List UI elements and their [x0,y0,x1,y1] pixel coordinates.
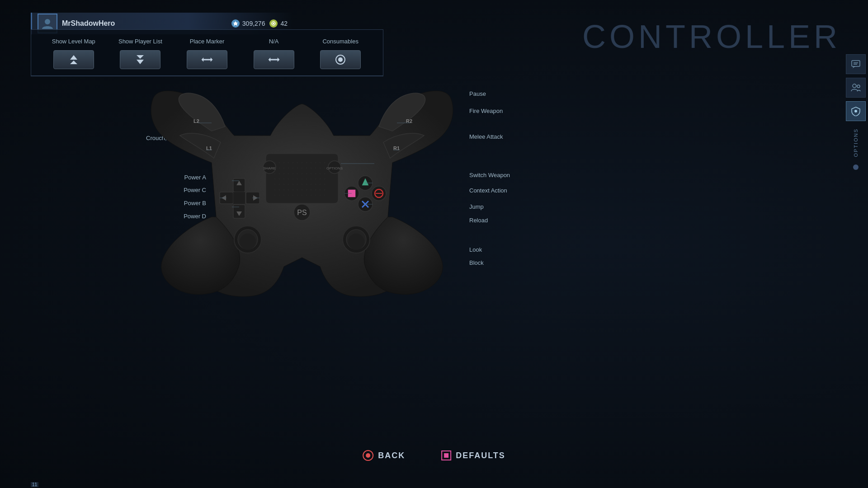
svg-point-19 [302,162,303,164]
svg-point-71 [320,184,321,185]
svg-point-69 [311,184,312,185]
svg-point-43 [302,173,303,174]
svg-point-41 [292,173,294,174]
btn-label-place-marker: Place Marker [190,38,225,45]
svg-point-21 [311,162,312,164]
ctrl-btn-place-marker[interactable] [187,50,227,69]
svg-point-50 [279,178,280,180]
svg-point-117 [348,234,364,250]
label-fire-weapon: Fire Weapon [469,108,503,114]
security-icon[interactable] [846,101,866,121]
svg-point-39 [283,173,285,174]
svg-point-85 [274,195,276,196]
svg-point-74 [279,189,280,191]
svg-point-49 [274,178,276,180]
btn-label-show-level-map: Show Level Map [52,38,95,45]
currency1-value: 309,276 [242,20,265,27]
currency1-icon [231,19,240,28]
btn-label-consumables: Consumables [322,38,359,45]
svg-point-68 [306,184,307,185]
svg-point-78 [297,189,298,191]
svg-point-20 [306,162,307,164]
right-options-panel: OPTIONS [843,54,868,170]
label-block: Block [469,259,484,266]
label-look: Look [469,246,482,253]
svg-point-88 [288,195,289,196]
label-switch-weapon: Switch Weapon [469,172,510,178]
svg-marker-5 [70,61,77,64]
currency2-display: 42 [269,19,288,28]
btn-label-show-player-list: Show Player List [118,38,162,45]
ctrl-btn-na[interactable] [254,50,294,69]
svg-point-29 [292,168,294,169]
main-panel: Show Level Map Show Player List [31,29,383,76]
controller-title: CONTROLLER [582,18,841,55]
label-reload: Reload [469,217,488,224]
currency2-icon [269,19,278,28]
svg-point-34 [315,168,316,169]
back-icon [363,450,373,461]
svg-point-32 [306,168,307,169]
options-label-text: OPTIONS [853,128,859,157]
svg-point-56 [306,178,307,180]
ctrl-btn-show-level-map[interactable] [53,50,94,69]
svg-point-0 [45,19,50,24]
svg-point-94 [315,195,316,196]
controller-image: SHARE OPTIONS PS [144,90,460,298]
svg-text:OPTIONS: OPTIONS [326,166,343,170]
defaults-button[interactable]: DEFAULTS [441,450,505,460]
label-pause: Pause [469,90,486,97]
svg-point-16 [288,162,289,164]
svg-rect-107 [233,192,245,204]
svg-point-96 [324,195,326,196]
svg-point-61 [274,184,276,185]
friends-icon[interactable] [846,78,866,98]
svg-point-48 [324,173,326,174]
svg-point-14 [279,162,280,164]
svg-marker-7 [137,55,144,59]
svg-point-33 [311,168,312,169]
svg-point-65 [292,184,294,185]
svg-point-27 [283,168,285,169]
svg-point-90 [297,195,298,196]
options-dot [853,164,859,170]
chat-icon[interactable] [846,54,866,74]
svg-point-77 [292,189,294,191]
user-level: 11 [31,482,38,487]
svg-point-42 [297,173,298,174]
btn-label-na: N/A [269,38,279,45]
svg-point-28 [288,168,289,169]
svg-point-95 [320,195,321,196]
btn-group-consumables: Consumables [307,38,374,75]
svg-point-24 [324,162,326,164]
svg-point-149 [854,110,857,113]
svg-point-40 [288,173,289,174]
svg-point-36 [324,168,326,169]
svg-point-60 [324,178,326,180]
svg-point-84 [324,189,326,191]
svg-point-55 [302,178,303,180]
svg-point-72 [324,184,326,185]
svg-point-15 [283,162,285,164]
svg-point-64 [288,184,289,185]
svg-marker-6 [137,60,144,64]
svg-point-37 [274,173,276,174]
svg-point-63 [283,184,285,185]
svg-text:PS: PS [297,209,307,216]
svg-point-75 [283,189,285,191]
svg-text:SHARE: SHARE [263,166,276,170]
svg-point-91 [302,195,303,196]
svg-point-17 [292,162,294,164]
bottom-bar: BACK DEFAULTS [363,450,505,461]
svg-point-114 [240,234,256,250]
svg-point-62 [279,184,280,185]
svg-point-76 [288,189,289,191]
svg-point-31 [302,168,303,169]
ctrl-btn-show-player-list[interactable] [120,50,160,69]
svg-point-22 [315,162,316,164]
back-button[interactable]: BACK [363,450,405,461]
svg-point-57 [311,178,312,180]
btn-group-show-level-map: Show Level Map [40,38,107,75]
ctrl-btn-consumables[interactable] [320,50,361,69]
svg-point-53 [292,178,294,180]
